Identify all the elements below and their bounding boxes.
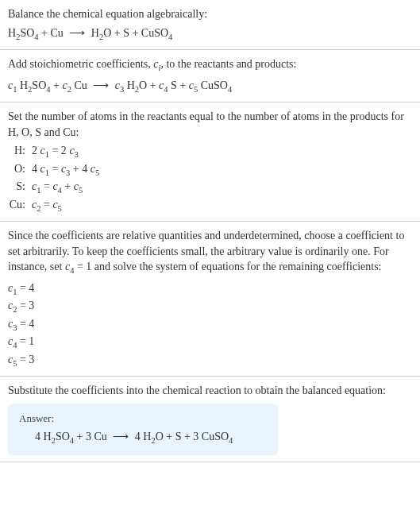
atom-intro: Set the number of atoms in the reactants… <box>8 109 412 140</box>
text: CuSO <box>198 79 228 91</box>
text: S + <box>168 79 189 91</box>
coef-line: c5 = 3 <box>8 352 412 369</box>
coef-line: c1 = 4 <box>8 280 412 298</box>
text: 4 H <box>35 431 52 443</box>
text: = 4 <box>17 282 34 294</box>
subscript: 5 <box>95 168 99 177</box>
atom-label: Cu: <box>8 197 32 214</box>
text: + <box>62 180 74 192</box>
atom-row-s: S: c1 = c4 + c5 <box>8 179 412 196</box>
text: + 3 Cu <box>74 431 110 443</box>
text: SO <box>20 27 34 39</box>
atom-equation: c2 = c5 <box>32 197 412 214</box>
text: O + <box>139 79 159 91</box>
arrow: ⟶ <box>110 431 132 443</box>
section-answer: Substitute the coefficients into the che… <box>0 377 420 462</box>
text: and solve the system of equations for th… <box>91 261 381 272</box>
stoich-equation: c1 H2SO4 + c2 Cu ⟶ c3 H2O + c4 S + c5 Cu… <box>8 78 412 95</box>
text: O + S + 3 CuSO <box>156 431 229 443</box>
text: 2 <box>32 145 40 157</box>
atom-label: S: <box>8 179 32 196</box>
text: = 3 <box>17 300 34 311</box>
text: = 4 <box>17 318 34 330</box>
subscript: 3 <box>75 150 79 159</box>
atom-equation: 2 c1 = 2 c3 <box>32 143 412 160</box>
coef-line: c2 = 3 <box>8 298 412 315</box>
answer-box: Answer: 4 H2SO4 + 3 Cu ⟶ 4 H2O + S + 3 C… <box>8 404 278 455</box>
text: = <box>49 163 61 175</box>
atom-row-cu: Cu: c2 = c5 <box>8 197 412 214</box>
atom-row-h: H: 2 c1 = 2 c3 <box>8 143 412 160</box>
text: = <box>40 199 52 211</box>
subscript: 4 <box>168 32 172 41</box>
stoich-intro: Add stoichiometric coefficients, ci, to … <box>8 56 412 74</box>
text: H <box>8 27 16 39</box>
section-problem: Balance the chemical equation algebraica… <box>0 0 420 50</box>
text: = <box>40 180 52 192</box>
arrow: ⟶ <box>66 27 88 39</box>
solve-intro: Since the coefficients are relative quan… <box>8 228 412 277</box>
text: = 1 <box>74 261 91 272</box>
text: Add stoichiometric coefficients, <box>8 58 153 70</box>
coef-line: c4 = 1 <box>8 334 412 351</box>
atom-row-o: O: 4 c1 = c3 + 4 c5 <box>8 161 412 179</box>
subscript: 4 <box>228 84 232 93</box>
atom-equation: c1 = c4 + c5 <box>32 179 412 196</box>
text: H <box>17 79 28 91</box>
balanced-equation: 4 H2SO4 + 3 Cu ⟶ 4 H2O + S + 3 CuSO4 <box>19 429 267 446</box>
subscript: 5 <box>58 203 62 212</box>
text: SO <box>32 79 46 91</box>
text: = 3 <box>17 354 34 365</box>
atom-label: H: <box>8 143 32 160</box>
answer-label: Answer: <box>19 412 267 426</box>
text: + <box>51 79 63 91</box>
text: SO <box>56 431 70 443</box>
text: 4 H <box>132 431 151 443</box>
atom-equation: 4 c1 = c3 + 4 c5 <box>32 161 412 179</box>
text: + 4 <box>70 163 90 175</box>
problem-intro: Balance the chemical equation algebraica… <box>8 6 412 22</box>
coef-line: c3 = 4 <box>8 316 412 334</box>
arrow: ⟶ <box>90 79 112 91</box>
unbalanced-equation: H2SO4 + Cu ⟶ H2O + S + CuSO4 <box>8 25 412 43</box>
subscript: 4 <box>229 436 233 445</box>
section-stoichiometric: Add stoichiometric coefficients, ci, to … <box>0 50 420 102</box>
atom-table: H: 2 c1 = 2 c3 O: 4 c1 = c3 + 4 c5 S: c1… <box>8 143 412 214</box>
text: Cu <box>71 79 90 91</box>
text: = 1 <box>17 335 34 347</box>
coefficient-list: c1 = 4 c2 = 3 c3 = 4 c4 = 1 c5 = 3 <box>8 280 412 369</box>
subscript: 5 <box>79 186 83 195</box>
text: 4 <box>32 163 40 175</box>
text: + Cu <box>39 27 67 39</box>
text: = 2 <box>49 145 69 157</box>
text: H <box>124 79 135 91</box>
text: H <box>88 27 99 39</box>
text: O + S + CuSO <box>103 27 168 39</box>
atom-label: O: <box>8 161 32 179</box>
section-atom-balance: Set the number of atoms in the reactants… <box>0 102 420 222</box>
text: , to the reactants and products: <box>160 58 296 70</box>
section-solve: Since the coefficients are relative quan… <box>0 222 420 377</box>
answer-intro: Substitute the coefficients into the che… <box>8 383 412 399</box>
